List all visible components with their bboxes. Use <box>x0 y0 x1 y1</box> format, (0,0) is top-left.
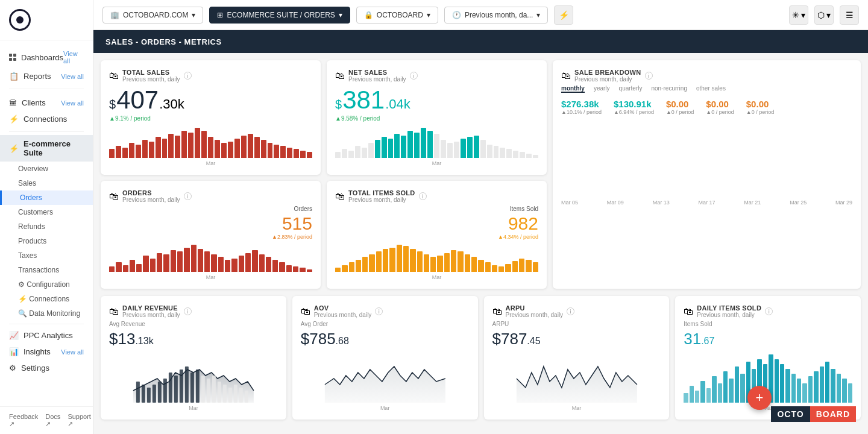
octoboard-badge: OCTO BOARD <box>771 406 856 422</box>
daily-rev-svg <box>109 354 278 403</box>
sidebar-sub-connections2[interactable]: ⚡ Connections <box>0 292 93 306</box>
svg-rect-17 <box>223 385 227 403</box>
connections2-icon: ⚡ <box>18 295 29 303</box>
share-btn[interactable]: ⬡ ▾ <box>814 5 834 25</box>
menu-btn[interactable]: ☰ <box>840 5 859 25</box>
breakdown-x-labels: Mar 05 Mar 09 Mar 13 Mar 17 Mar 21 Mar 2… <box>561 198 852 207</box>
connections-icon: ⚡ <box>9 115 19 124</box>
sidebar-sub-products[interactable]: Products <box>0 234 93 248</box>
tab-quarterly[interactable]: quarterly <box>619 85 643 93</box>
aov-value: $785.68 <box>301 330 470 348</box>
sidebar-item-clients[interactable]: 🏛 Clients View all <box>9 95 84 111</box>
daily-items-value: 31.67 <box>684 330 852 348</box>
sidebar-item-connections[interactable]: ⚡ Connections <box>9 111 84 127</box>
daily-items-info[interactable]: i <box>765 307 773 315</box>
daily-items-icon: 🛍 <box>684 306 693 317</box>
net-sales-value: $ 381 .04k <box>335 87 538 113</box>
net-sales-info[interactable]: i <box>410 72 418 80</box>
grid-icon <box>9 54 16 61</box>
sidebar-item-ppc[interactable]: 📈 PPC Analytics <box>0 327 93 344</box>
total-sales-card: 🛍 TOTAL SALES Previous month, daily i $ … <box>101 60 321 175</box>
sidebar-item-reports[interactable]: 📋 Reports View all <box>9 68 84 84</box>
daily-rev-info[interactable]: i <box>184 307 192 315</box>
aov-svg <box>301 354 470 403</box>
svg-rect-9 <box>180 370 183 403</box>
svg-rect-21 <box>245 391 248 403</box>
aov-info[interactable]: i <box>375 307 383 315</box>
svg-rect-4 <box>153 385 156 403</box>
sidebar-item-settings[interactable]: ⚙ Settings <box>0 360 93 376</box>
sidebar-sub-orders[interactable]: Orders <box>0 190 93 205</box>
breakdown-tabs: monthly yearly quarterly non-recurring o… <box>561 85 852 93</box>
clients-icon: 🏛 <box>9 98 17 107</box>
board-icon: 🔒 <box>364 11 373 19</box>
svg-rect-13 <box>201 376 205 403</box>
sale-breakdown-card: 🛍 SALE BREAKDOWN Previous month, daily i… <box>553 60 861 289</box>
items-bag-icon: 🛍 <box>335 191 345 202</box>
breakdown-info[interactable]: i <box>645 72 653 80</box>
daily-rev-chart <box>109 354 278 403</box>
sidebar-sub-refunds[interactable]: Refunds <box>0 219 93 234</box>
breakdown-quarterly: $0.00 ▲0 / period <box>666 99 694 115</box>
insights-icon: 📊 <box>9 347 19 356</box>
tab-yearly[interactable]: yearly <box>594 85 610 93</box>
breakdown-non-recurring: $0.00 ▲0 / period <box>706 99 734 115</box>
net-sales-card: 🛍 NET SALES Previous month, daily i $ 38… <box>327 60 547 175</box>
svg-rect-7 <box>169 373 172 403</box>
sidebar-item-dashboards[interactable]: Dashboards View all <box>9 46 84 68</box>
workspace-chevron: ▾ <box>192 11 195 19</box>
items-info[interactable]: i <box>419 192 427 200</box>
breakdown-other: $0.00 ▲0 / period <box>746 99 774 115</box>
breakdown-monthly: $276.38k ▲10.1% / period <box>561 99 602 115</box>
suite-chevron: ▾ <box>339 11 342 19</box>
bag-icon: 🛍 <box>109 71 119 81</box>
daily-revenue-card: 🛍 DAILY REVENUE Previous month, daily i … <box>101 296 286 420</box>
orders-chart <box>109 245 312 272</box>
sidebar-sub-taxes[interactable]: Taxes <box>0 248 93 263</box>
svg-rect-20 <box>239 388 243 403</box>
docs-link[interactable]: Docs ↗ <box>45 413 60 428</box>
aov-chart <box>301 354 470 403</box>
feedback-link[interactable]: Feedback ↗ <box>9 413 38 428</box>
period-btn[interactable]: 🕐 Previous month, da... ▾ <box>444 7 548 24</box>
sidebar-sub-sales[interactable]: Sales <box>0 176 93 190</box>
arpu-info[interactable]: i <box>567 307 574 315</box>
suite-btn[interactable]: ⊞ ECOMMERCE SUITE / ORDERS ▾ <box>209 7 350 24</box>
orders-info[interactable]: i <box>184 192 192 200</box>
ecommerce-icon: ⚡ <box>9 144 19 153</box>
sidebar-sub-customers[interactable]: Customers <box>0 205 93 219</box>
aov-icon: 🛍 <box>301 306 310 317</box>
ppc-icon: 📈 <box>9 331 19 340</box>
lightning-btn[interactable]: ⚡ <box>554 5 573 25</box>
total-sales-info[interactable]: i <box>184 72 192 80</box>
arpu-card: 🛍 ARPU Previous month, daily i ARPU $787… <box>484 296 670 420</box>
reports-icon: 📋 <box>9 72 19 81</box>
svg-rect-19 <box>234 385 237 403</box>
svg-marker-23 <box>516 366 637 403</box>
sidebar-sub-overview[interactable]: Overview <box>0 162 93 176</box>
logo-icon <box>9 9 31 31</box>
workspace-btn[interactable]: 🏢 OCTOBOARD.COM ▾ <box>102 7 203 24</box>
sidebar-item-ecommerce[interactable]: ⚡ E-commerce Suite <box>0 135 93 162</box>
topbar: 🏢 OCTOBOARD.COM ▾ ⊞ ECOMMERCE SUITE / OR… <box>93 0 868 30</box>
svg-rect-14 <box>207 379 210 403</box>
sidebar-item-insights[interactable]: 📊 Insights View all <box>0 344 93 360</box>
board-btn[interactable]: 🔒 OCTOBOARD ▾ <box>356 7 438 24</box>
support-link[interactable]: Support ↗ <box>68 413 91 428</box>
sidebar-sub-monitoring[interactable]: 🔍 Data Monitoring <box>0 306 93 321</box>
sidebar-sub-transactions[interactable]: Transactions <box>0 263 93 277</box>
sidebar-sub-configuration[interactable]: ⚙ Configuration <box>0 277 93 292</box>
period-chevron: ▾ <box>536 11 540 19</box>
tab-non-recurring[interactable]: non-recurring <box>651 85 687 93</box>
total-sales-value: $ 407 .30k <box>109 87 312 113</box>
svg-rect-5 <box>158 382 162 403</box>
daily-rev-icon: 🛍 <box>109 306 119 317</box>
star-btn[interactable]: ✳ ▾ <box>789 5 808 25</box>
items-chart <box>335 245 538 272</box>
tab-monthly[interactable]: monthly <box>561 85 585 93</box>
daily-rev-value: $13.13k <box>109 330 278 348</box>
add-fab-button[interactable]: + <box>747 386 772 410</box>
top-metrics-grid: 🛍 TOTAL SALES Previous month, daily i $ … <box>93 53 868 296</box>
tab-other-sales[interactable]: other sales <box>696 85 726 93</box>
arpu-icon: 🛍 <box>492 306 502 317</box>
